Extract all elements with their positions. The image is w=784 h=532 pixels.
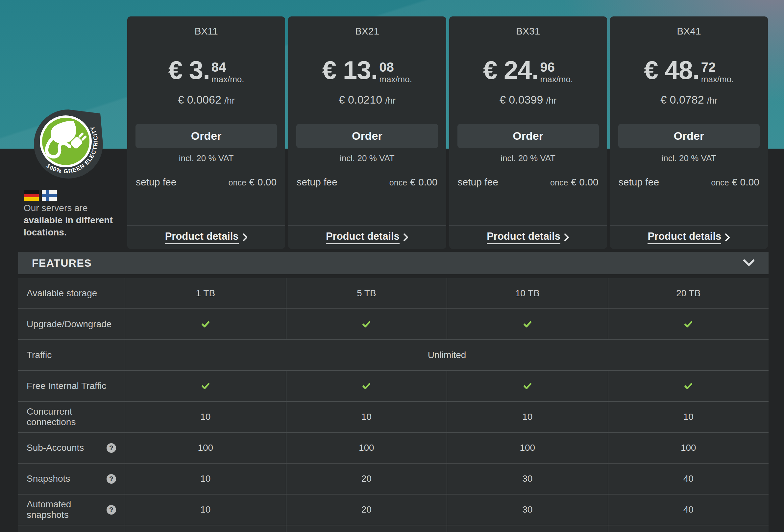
locations-text: Our servers are available in different l… xyxy=(24,202,113,239)
row-value-bx21: 20 xyxy=(286,464,447,494)
table-row-snapshots: Snapshots ? 10 20 30 40 xyxy=(18,464,768,494)
monthly-price: € 48. 72 max/mo. xyxy=(610,57,768,84)
setup-fee-row: setup fee once€ 0.00 xyxy=(136,176,277,188)
row-label: Free Internal Traffic xyxy=(18,371,124,401)
product-details-row: Product details xyxy=(288,225,446,249)
check-icon xyxy=(523,382,532,391)
row-value-bx21: 10 xyxy=(286,402,447,432)
row-value-bx41: 40 xyxy=(608,495,769,525)
row-value-bx31: 10 xyxy=(447,402,608,432)
hourly-price: € 0.0062 /hr xyxy=(127,93,285,106)
check-icon xyxy=(362,382,371,391)
row-value-bx41: 100 xyxy=(608,433,769,463)
row-value-bx41 xyxy=(608,309,769,339)
row-value-bx11 xyxy=(125,309,286,339)
table-row-traffic: Traffic Unlimited xyxy=(18,340,768,370)
row-value-bx31 xyxy=(447,371,608,401)
monthly-price: € 24. 96 max/mo. xyxy=(449,57,607,84)
vat-note: incl. 20 % VAT xyxy=(610,153,768,163)
product-details-row: Product details xyxy=(449,225,607,249)
row-value-bx31: 30 xyxy=(447,495,608,525)
setup-fee-row: setup fee once€ 0.00 xyxy=(297,176,438,188)
features-table: Available storage 1 TB 5 TB 10 TB 20 TB … xyxy=(18,278,768,532)
price-cents: 96 xyxy=(540,60,555,74)
row-value-bx11: 100 xyxy=(125,433,286,463)
pricing-card-bx41: BX41 € 48. 72 max/mo. € 0.0782 /hr Order… xyxy=(610,17,768,249)
chevron-down-icon[interactable] xyxy=(743,259,755,267)
price-amount: € 48. xyxy=(644,57,699,83)
row-label: Automated snapshots ? xyxy=(18,495,124,525)
order-button[interactable]: Order xyxy=(618,124,760,148)
order-button[interactable]: Order xyxy=(296,124,438,148)
finland-flag xyxy=(42,190,57,201)
monthly-price: € 13. 08 max/mo. xyxy=(288,57,446,84)
price-cents: 72 xyxy=(701,60,716,74)
price-cents: 08 xyxy=(379,60,394,74)
row-value-bx21 xyxy=(286,371,447,401)
row-value-bx41: 10 xyxy=(608,402,769,432)
table-row-available-storage: Available storage 1 TB 5 TB 10 TB 20 TB xyxy=(18,278,768,308)
order-button[interactable]: Order xyxy=(136,124,277,148)
row-value-bx11: 1 TB xyxy=(125,278,286,308)
order-button[interactable]: Order xyxy=(457,124,599,148)
row-value-bx21: 20 xyxy=(286,495,447,525)
row-value-all-plans: Unlimited xyxy=(125,340,768,370)
vat-note: incl. 20 % VAT xyxy=(127,153,285,163)
features-accordion-bar[interactable]: FEATURES xyxy=(18,252,768,274)
price-cents: 84 xyxy=(212,60,226,74)
price-amount: € 24. xyxy=(483,57,538,83)
table-row-upgrade-downgrade: Upgrade/Downgrade xyxy=(18,309,768,339)
pricing-card-bx21: BX21 € 13. 08 max/mo. € 0.0210 /hr Order… xyxy=(288,17,446,249)
germany-flag xyxy=(24,190,39,201)
table-row-free-internal-traffic: Free Internal Traffic xyxy=(18,371,768,401)
row-value-bx41 xyxy=(608,371,769,401)
check-icon xyxy=(684,382,693,391)
chevron-right-icon xyxy=(242,233,248,242)
table-row-concurrent-connections: Concurrent connections 10 10 10 10 xyxy=(18,402,768,432)
locations-line2: available in different xyxy=(24,214,113,226)
vat-note: incl. 20 % VAT xyxy=(288,153,446,163)
question-mark-icon[interactable]: ? xyxy=(107,474,116,484)
row-value-bx31: 100 xyxy=(447,433,608,463)
row-value-bx11: 10 xyxy=(125,464,286,494)
price-suffix: max/mo. xyxy=(212,75,244,84)
product-details-link[interactable]: Product details xyxy=(326,230,409,244)
price-suffix: max/mo. xyxy=(540,75,573,84)
plan-name: BX41 xyxy=(610,26,768,37)
row-label: Snapshots ? xyxy=(18,464,124,494)
row-label: Traffic xyxy=(18,340,124,370)
row-label: Sub-Accounts ? xyxy=(18,433,124,463)
check-icon xyxy=(201,319,210,329)
row-value-bx41: 40 xyxy=(608,464,769,494)
green-electricity-badge: 100% GREEN ELECTRICITY xyxy=(31,107,107,183)
row-value-bx41: 20 TB xyxy=(608,278,769,308)
price-suffix: max/mo. xyxy=(701,75,734,84)
setup-fee-row: setup fee once€ 0.00 xyxy=(619,176,759,188)
plan-name: BX11 xyxy=(127,26,285,37)
pricing-card-bx11: BX11 € 3. 84 max/mo. € 0.0062 /hr Order … xyxy=(127,17,285,249)
product-details-link[interactable]: Product details xyxy=(165,230,248,244)
check-icon xyxy=(362,319,371,329)
product-details-link[interactable]: Product details xyxy=(647,230,730,244)
question-mark-icon[interactable]: ? xyxy=(107,443,116,453)
hourly-price: € 0.0210 /hr xyxy=(288,93,446,106)
row-value-bx21 xyxy=(286,309,447,339)
product-details-link[interactable]: Product details xyxy=(487,230,569,244)
check-icon xyxy=(523,319,532,329)
chevron-right-icon xyxy=(725,233,730,242)
locations-line3: locations. xyxy=(24,226,113,239)
row-value-bx31: 10 TB xyxy=(447,278,608,308)
pricing-cards: BX11 € 3. 84 max/mo. € 0.0062 /hr Order … xyxy=(127,17,768,249)
plan-name: BX21 xyxy=(288,26,446,37)
price-amount: € 13. xyxy=(322,57,377,83)
question-mark-icon[interactable]: ? xyxy=(107,505,116,514)
row-value-bx31: 30 xyxy=(447,464,608,494)
table-row-partial xyxy=(18,526,768,532)
check-icon xyxy=(684,319,693,329)
plan-name: BX31 xyxy=(449,26,607,37)
check-icon xyxy=(201,382,210,391)
pricing-page: 100% GREEN ELECTRICITY Our servers are a… xyxy=(0,0,784,532)
locations-line1: Our servers are xyxy=(24,202,113,214)
chevron-right-icon xyxy=(564,233,569,242)
row-label: Upgrade/Downgrade xyxy=(18,309,124,339)
